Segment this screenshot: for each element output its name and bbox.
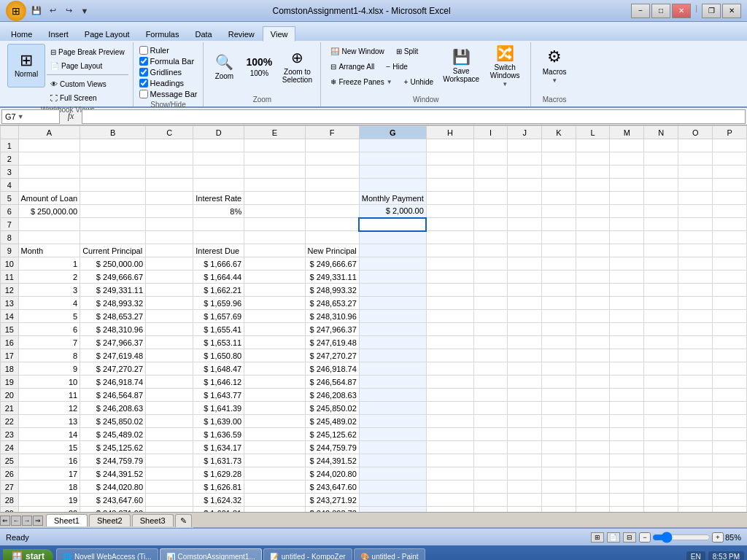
cell-D15[interactable]: $ 1,655.41: [193, 323, 244, 336]
cell-C26[interactable]: [146, 467, 193, 481]
cell-M29[interactable]: [610, 507, 644, 513]
cell-C3[interactable]: [146, 166, 193, 179]
row-number-10[interactable]: 10: [1, 257, 19, 271]
cell-O4[interactable]: [678, 179, 713, 192]
tab-page-layout[interactable]: Page Layout: [77, 26, 138, 41]
cell-C28[interactable]: [146, 494, 193, 507]
new-window-button[interactable]: 🪟 New Window: [325, 44, 389, 58]
cell-D23[interactable]: $ 1,636.59: [193, 428, 244, 441]
formula-input[interactable]: [82, 109, 746, 124]
cell-H15[interactable]: [426, 323, 473, 336]
col-header-n[interactable]: N: [644, 126, 678, 139]
row-number-27[interactable]: 27: [1, 481, 19, 494]
sheet-scroll-last[interactable]: ⇒: [33, 516, 43, 526]
cell-F1[interactable]: [305, 139, 359, 152]
cell-D25[interactable]: $ 1,631.73: [193, 454, 244, 467]
cell-M9[interactable]: [610, 244, 644, 257]
cell-F23[interactable]: $ 245,125.62: [305, 428, 359, 441]
cell-K24[interactable]: [541, 441, 576, 454]
cell-N24[interactable]: [644, 441, 678, 454]
page-break-preview-button[interactable]: ⊟ Page Break Preview: [47, 45, 128, 58]
cell-I6[interactable]: [473, 205, 507, 218]
cell-I8[interactable]: [473, 231, 507, 244]
cell-N14[interactable]: [644, 310, 678, 323]
cell-G23[interactable]: [359, 428, 426, 441]
office-button[interactable]: ⊞: [6, 1, 26, 21]
cell-C16[interactable]: [146, 336, 193, 349]
cell-C24[interactable]: [146, 441, 193, 454]
cell-L17[interactable]: [576, 349, 610, 362]
row-number-17[interactable]: 17: [1, 349, 19, 362]
cell-B3[interactable]: [80, 166, 146, 179]
cell-F12[interactable]: $ 248,993.32: [305, 284, 359, 297]
cell-C4[interactable]: [146, 179, 193, 192]
cell-M22[interactable]: [610, 415, 644, 428]
cell-M5[interactable]: [610, 192, 644, 205]
cell-M3[interactable]: [610, 166, 644, 179]
cell-M20[interactable]: [610, 389, 644, 402]
cell-G1[interactable]: [359, 139, 426, 152]
cell-E13[interactable]: [244, 297, 305, 310]
cell-F15[interactable]: $ 247,966.37: [305, 323, 359, 336]
save-workspace-button[interactable]: 💾 SaveWorkspace: [440, 44, 482, 88]
cell-I13[interactable]: [473, 297, 507, 310]
cell-O17[interactable]: [678, 349, 713, 362]
cell-K6[interactable]: [541, 205, 576, 218]
row-number-9[interactable]: 9: [1, 244, 19, 257]
cell-J2[interactable]: [508, 152, 542, 166]
cell-A10[interactable]: 1: [18, 257, 80, 271]
cell-I29[interactable]: [473, 507, 507, 513]
cell-N5[interactable]: [644, 192, 678, 205]
cell-B24[interactable]: $ 245,125.62: [80, 441, 146, 454]
cell-O13[interactable]: [678, 297, 713, 310]
zoom-100-button[interactable]: 100% 100%: [243, 45, 275, 88]
cell-C5[interactable]: [146, 192, 193, 205]
row-number-7[interactable]: 7: [1, 218, 19, 231]
cell-I2[interactable]: [473, 152, 507, 166]
cell-J14[interactable]: [508, 310, 542, 323]
cell-B22[interactable]: $ 245,850.02: [80, 415, 146, 428]
cell-D19[interactable]: $ 1,646.12: [193, 376, 244, 389]
cell-E9[interactable]: [244, 244, 305, 257]
cell-B5[interactable]: [80, 192, 146, 205]
cell-E12[interactable]: [244, 284, 305, 297]
cell-L11[interactable]: [576, 271, 610, 284]
cell-A5[interactable]: Amount of Loan: [18, 192, 80, 205]
cell-I25[interactable]: [473, 454, 507, 467]
cell-D13[interactable]: $ 1,659.96: [193, 297, 244, 310]
cell-L2[interactable]: [576, 152, 610, 166]
customize-button[interactable]: ▼: [77, 4, 92, 18]
cell-M15[interactable]: [610, 323, 644, 336]
cell-C14[interactable]: [146, 310, 193, 323]
cell-O10[interactable]: [678, 257, 713, 271]
cell-E4[interactable]: [244, 179, 305, 192]
cell-P22[interactable]: [713, 415, 747, 428]
unhide-button[interactable]: + Unhide: [399, 74, 439, 89]
cell-M4[interactable]: [610, 179, 644, 192]
cell-A27[interactable]: 18: [18, 481, 80, 494]
undo-button[interactable]: ↩: [45, 4, 60, 18]
cell-K10[interactable]: [541, 257, 576, 271]
sheet-tab-sheet3[interactable]: Sheet3: [132, 514, 174, 526]
cell-F20[interactable]: $ 246,208.63: [305, 389, 359, 402]
cell-O22[interactable]: [678, 415, 713, 428]
cell-G20[interactable]: [359, 389, 426, 402]
cell-E28[interactable]: [244, 494, 305, 507]
cell-E5[interactable]: [244, 192, 305, 205]
cell-N21[interactable]: [644, 402, 678, 415]
cell-C29[interactable]: [146, 507, 193, 513]
cell-E22[interactable]: [244, 415, 305, 428]
cell-B1[interactable]: [80, 139, 146, 152]
cell-N2[interactable]: [644, 152, 678, 166]
row-number-25[interactable]: 25: [1, 454, 19, 467]
cell-H26[interactable]: [426, 467, 473, 481]
custom-views-button[interactable]: 👁 Custom Views: [47, 77, 128, 90]
redo-button[interactable]: ↪: [61, 4, 76, 18]
cell-N13[interactable]: [644, 297, 678, 310]
cell-K8[interactable]: [541, 231, 576, 244]
cell-M7[interactable]: [610, 218, 644, 231]
cell-C22[interactable]: [146, 415, 193, 428]
cell-D29[interactable]: $ 1,621.81: [193, 507, 244, 513]
cell-L18[interactable]: [576, 362, 610, 376]
col-header-f[interactable]: F: [305, 126, 359, 139]
